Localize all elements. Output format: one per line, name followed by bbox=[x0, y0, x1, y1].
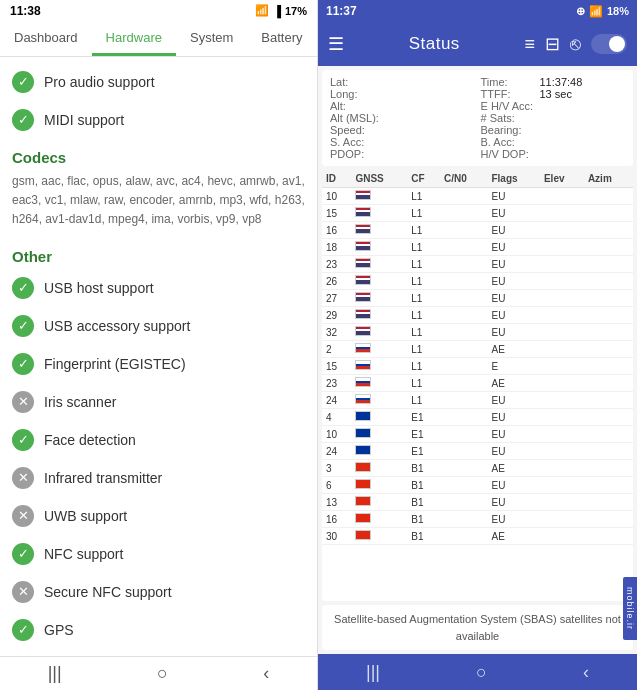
col-elev: Elev bbox=[540, 170, 584, 188]
feature-label: Fingerprint (EGISTEC) bbox=[44, 356, 186, 372]
sbas-note: Satellite-based Augmentation System (SBA… bbox=[322, 605, 633, 650]
back-icon[interactable]: ‹ bbox=[263, 663, 269, 684]
battery-percent: 17% bbox=[285, 5, 307, 17]
feature-gps: ✓ GPS bbox=[0, 611, 317, 649]
recent-apps-icon[interactable]: ||| bbox=[48, 663, 62, 684]
hardware-tabs: Dashboard Hardware System Battery Networ… bbox=[0, 21, 317, 57]
x-icon: ✕ bbox=[12, 581, 34, 603]
bacc-label: B. Acc: bbox=[481, 136, 536, 148]
feature-pro-audio: ✓ Pro audio support bbox=[0, 63, 317, 101]
table-row: 23 L1 AE bbox=[322, 375, 633, 392]
left-bottom-nav: ||| ○ ‹ bbox=[0, 656, 317, 690]
table-row: 30 B1 AE bbox=[322, 528, 633, 545]
sacc-label: S. Acc: bbox=[330, 136, 385, 148]
check-icon: ✓ bbox=[12, 71, 34, 93]
x-icon: ✕ bbox=[12, 391, 34, 413]
tab-system[interactable]: System bbox=[176, 22, 247, 56]
table-row: 15 L1 E bbox=[322, 358, 633, 375]
feature-label: Infrared transmitter bbox=[44, 470, 162, 486]
feature-label: UWB support bbox=[44, 508, 127, 524]
tab-dashboard[interactable]: Dashboard bbox=[0, 22, 92, 56]
gps-info-panel: Lat: Long: Alt: Alt (MSL): Speed: S. Acc… bbox=[322, 70, 633, 166]
feature-uwb: ✕ UWB support bbox=[0, 497, 317, 535]
feature-usb-host: ✓ USB host support bbox=[0, 269, 317, 307]
feature-label: Pro audio support bbox=[44, 74, 155, 90]
table-row: 23 L1 EU bbox=[322, 256, 633, 273]
speed-label: Speed: bbox=[330, 124, 385, 136]
right-bottom-nav: ||| ○ ‹ bbox=[318, 654, 637, 690]
filter2-icon[interactable]: ⊟ bbox=[545, 33, 560, 55]
feature-fingerprint: ✓ Fingerprint (EGISTEC) bbox=[0, 345, 317, 383]
x-icon: ✕ bbox=[12, 467, 34, 489]
bearing-label: Bearing: bbox=[481, 124, 536, 136]
lat-label: Lat: bbox=[330, 76, 385, 88]
table-row: 32 L1 EU bbox=[322, 324, 633, 341]
table-row: 16 L1 EU bbox=[322, 222, 633, 239]
feature-label: MIDI support bbox=[44, 112, 124, 128]
hvdop-label: H/V DOP: bbox=[481, 148, 536, 160]
feature-nfc: ✓ NFC support bbox=[0, 535, 317, 573]
input-devices-row: Input devices SHOW bbox=[0, 649, 317, 656]
left-status-bar: 11:38 📶 ▐ 17% bbox=[0, 0, 317, 21]
signal-icon: ▐ bbox=[273, 5, 281, 17]
check-icon: ✓ bbox=[12, 277, 34, 299]
check-icon: ✓ bbox=[12, 619, 34, 641]
table-row: 4 E1 EU bbox=[322, 409, 633, 426]
back-icon-right[interactable]: ‹ bbox=[583, 662, 589, 683]
feature-usb-accessory: ✓ USB accessory support bbox=[0, 307, 317, 345]
watermark: mobile.ir bbox=[623, 577, 637, 640]
table-row: 10 L1 EU bbox=[322, 188, 633, 205]
table-row: 6 B1 EU bbox=[322, 477, 633, 494]
table-row: 24 L1 EU bbox=[322, 392, 633, 409]
codecs-section-title: Codecs bbox=[0, 139, 317, 170]
check-icon: ✓ bbox=[12, 543, 34, 565]
right-panel: 11:37 ⊕ 📶 18% ☰ Status ≡ ⊟ ⎋ Lat: Long: bbox=[318, 0, 637, 690]
filter-icon[interactable]: ≡ bbox=[524, 34, 535, 55]
right-status-bar: 11:37 ⊕ 📶 18% bbox=[318, 0, 637, 22]
left-content: ✓ Pro audio support ✓ MIDI support Codec… bbox=[0, 57, 318, 656]
ehvacc-label: E H/V Acc: bbox=[481, 100, 536, 112]
ttff-val: 13 sec bbox=[540, 88, 572, 100]
home-icon-right[interactable]: ○ bbox=[476, 662, 487, 683]
table-row: 2 L1 AE bbox=[322, 341, 633, 358]
pdop-label: PDOP: bbox=[330, 148, 385, 160]
feature-label: Iris scanner bbox=[44, 394, 116, 410]
feature-label: Secure NFC support bbox=[44, 584, 172, 600]
toggle-switch[interactable] bbox=[591, 34, 627, 54]
toggle-knob bbox=[609, 36, 625, 52]
codecs-text: gsm, aac, flac, opus, alaw, avc, ac4, he… bbox=[0, 170, 317, 238]
col-gnss: GNSS bbox=[351, 170, 407, 188]
tab-battery[interactable]: Battery bbox=[247, 22, 316, 56]
feature-label: USB host support bbox=[44, 280, 154, 296]
feature-ir: ✕ Infrared transmitter bbox=[0, 459, 317, 497]
sats-label: # Sats: bbox=[481, 112, 536, 124]
col-id: ID bbox=[322, 170, 351, 188]
wifi-icon: 📶 bbox=[255, 4, 269, 17]
other-section-title: Other bbox=[0, 238, 317, 269]
table-row: 18 L1 EU bbox=[322, 239, 633, 256]
table-row: 3 B1 AE bbox=[322, 460, 633, 477]
table-row: 13 B1 EU bbox=[322, 494, 633, 511]
col-cf: CF bbox=[407, 170, 440, 188]
home-icon[interactable]: ○ bbox=[157, 663, 168, 684]
time-val: 11:37:48 bbox=[540, 76, 583, 88]
col-flags: Flags bbox=[487, 170, 539, 188]
feature-midi: ✓ MIDI support bbox=[0, 101, 317, 139]
right-toolbar: ☰ Status ≡ ⊟ ⎋ bbox=[318, 22, 637, 66]
feature-secure-nfc: ✕ Secure NFC support bbox=[0, 573, 317, 611]
table-row: 29 L1 EU bbox=[322, 307, 633, 324]
long-label: Long: bbox=[330, 88, 385, 100]
satellite-table: ID GNSS CF C/N0 Flags Elev Azim 10 L1 EU bbox=[322, 170, 633, 545]
feature-label: NFC support bbox=[44, 546, 123, 562]
table-row: 15 L1 EU bbox=[322, 205, 633, 222]
right-time: 11:37 bbox=[326, 4, 357, 18]
feature-face: ✓ Face detection bbox=[0, 421, 317, 459]
altmsl-label: Alt (MSL): bbox=[330, 112, 385, 124]
time-label: Time: bbox=[481, 76, 536, 88]
recent-apps-icon-right[interactable]: ||| bbox=[366, 662, 380, 683]
share-icon[interactable]: ⎋ bbox=[570, 34, 581, 55]
col-azim: Azim bbox=[584, 170, 633, 188]
tab-hardware[interactable]: Hardware bbox=[92, 22, 176, 56]
menu-icon[interactable]: ☰ bbox=[328, 33, 344, 55]
left-time: 11:38 bbox=[10, 4, 41, 18]
